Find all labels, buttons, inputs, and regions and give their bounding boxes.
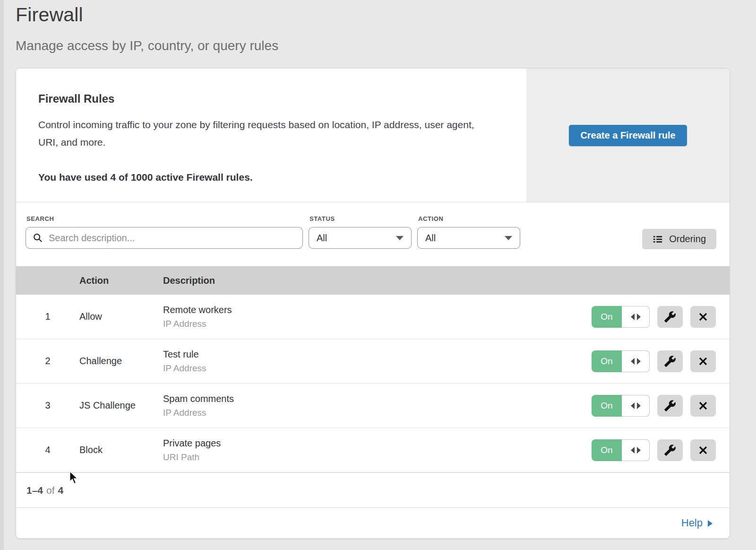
delete-rule-button[interactable] — [690, 395, 716, 417]
page-left-edge — [0, 0, 4, 550]
table-row: 3 JS Challenge Spam comments IP Address … — [16, 384, 730, 428]
filters-bar: SEARCH STATUS All — [16, 202, 730, 266]
toggle-on-button[interactable]: On — [592, 350, 622, 372]
table-row: 4 Block Private pages URI Path On — [16, 428, 730, 472]
triangle-left-icon — [631, 447, 635, 454]
rules-heading: Firewall Rules — [38, 92, 493, 105]
rule-action: Block — [79, 445, 163, 455]
pagination-of: of — [46, 485, 55, 496]
table-row: 1 Allow Remote workers IP Address On — [16, 295, 730, 339]
rule-description: Remote workers — [163, 305, 588, 315]
rule-description-cell: Remote workers IP Address — [163, 305, 588, 329]
toggle-arrows-icon[interactable] — [622, 439, 650, 461]
toggle-on-button[interactable]: On — [592, 306, 622, 328]
rule-match-type: IP Address — [163, 363, 588, 374]
rule-priority: 1 — [16, 311, 79, 322]
rule-priority: 4 — [16, 445, 79, 455]
wrench-icon — [664, 355, 676, 367]
toggle-on-button[interactable]: On — [592, 395, 622, 417]
pagination-total: 4 — [58, 485, 64, 496]
action-field: ACTION All — [417, 215, 520, 249]
triangle-right-icon — [637, 402, 641, 409]
wrench-icon — [664, 444, 676, 456]
close-icon — [697, 356, 709, 367]
search-field: SEARCH — [26, 215, 303, 249]
page-title: Firewall — [16, 4, 756, 26]
ordering-button[interactable]: Ordering — [642, 229, 716, 249]
rule-toggle: On — [592, 439, 650, 461]
pagination-bar: 1–4 of 4 — [16, 472, 730, 507]
close-icon — [697, 311, 709, 323]
firewall-rules-card: Firewall Rules Control incoming traffic … — [16, 68, 730, 539]
rule-controls: On — [588, 306, 730, 328]
rules-usage-text: You have used 4 of 1000 active Firewall … — [38, 172, 493, 183]
search-icon — [33, 233, 43, 243]
pagination-range: 1–4 — [26, 485, 43, 496]
close-icon — [697, 400, 709, 411]
status-selected-value: All — [317, 233, 327, 244]
table-header: Action Description — [16, 266, 730, 295]
rules-description: Control incoming traffic to your zone by… — [38, 116, 487, 151]
rules-intro-text: Firewall Rules Control incoming traffic … — [16, 69, 526, 202]
help-caret-icon — [708, 520, 713, 527]
triangle-left-icon — [631, 358, 635, 365]
description-column-header: Description — [163, 275, 588, 286]
triangle-right-icon — [637, 447, 641, 454]
edit-rule-button[interactable] — [657, 350, 683, 372]
toggle-arrows-icon[interactable] — [622, 350, 650, 372]
toggle-on-button[interactable]: On — [592, 439, 622, 461]
search-input[interactable] — [48, 232, 296, 244]
wrench-icon — [664, 311, 676, 323]
rule-description: Test rule — [163, 349, 588, 360]
rule-controls: On — [588, 439, 730, 461]
rule-description-cell: Private pages URI Path — [163, 438, 588, 463]
rule-controls: On — [588, 395, 730, 417]
status-select[interactable]: All — [309, 227, 412, 249]
delete-rule-button[interactable] — [690, 439, 716, 461]
close-icon — [697, 445, 709, 456]
table-row: 2 Challenge Test rule IP Address On — [16, 339, 730, 384]
search-label: SEARCH — [26, 215, 303, 222]
status-label: STATUS — [309, 215, 412, 222]
create-rule-panel: Create a Firewall rule — [526, 69, 730, 202]
action-selected-value: All — [425, 233, 436, 244]
action-select[interactable]: All — [417, 227, 520, 249]
rule-match-type: IP Address — [163, 319, 588, 329]
page-subtitle: Manage access by IP, country, or query r… — [16, 38, 756, 53]
delete-rule-button[interactable] — [690, 350, 716, 372]
edit-rule-button[interactable] — [657, 306, 683, 328]
rule-priority: 2 — [16, 356, 79, 367]
firewall-page: Firewall Manage access by IP, country, o… — [0, 0, 756, 539]
rule-description-cell: Spam comments IP Address — [163, 393, 588, 418]
edit-rule-button[interactable] — [657, 395, 683, 417]
create-firewall-rule-button[interactable]: Create a Firewall rule — [569, 125, 687, 146]
triangle-left-icon — [631, 314, 635, 320]
rule-description: Spam comments — [163, 393, 588, 404]
edit-rule-button[interactable] — [657, 439, 683, 461]
action-label: ACTION — [418, 215, 520, 222]
triangle-right-icon — [637, 358, 641, 365]
rules-intro-section: Firewall Rules Control incoming traffic … — [16, 69, 730, 202]
chevron-down-icon — [505, 236, 512, 240]
ordering-button-label: Ordering — [669, 234, 706, 244]
status-field: STATUS All — [309, 215, 412, 249]
mouse-cursor — [68, 471, 80, 487]
rule-action: Allow — [79, 311, 163, 322]
rule-description: Private pages — [163, 438, 588, 449]
help-link[interactable]: Help — [681, 517, 713, 529]
triangle-left-icon — [631, 402, 635, 409]
help-link-label: Help — [681, 517, 703, 529]
delete-rule-button[interactable] — [690, 306, 716, 328]
action-column-header: Action — [79, 275, 163, 286]
rule-priority: 3 — [16, 400, 79, 411]
rule-toggle: On — [592, 350, 650, 372]
search-input-box[interactable] — [26, 227, 303, 249]
rule-controls: On — [588, 350, 730, 372]
card-footer: Help — [16, 507, 730, 538]
page-header: Firewall Manage access by IP, country, o… — [16, 0, 756, 53]
toggle-arrows-icon[interactable] — [622, 306, 650, 328]
rule-match-type: URI Path — [163, 452, 588, 463]
rule-toggle: On — [592, 395, 650, 417]
wrench-icon — [664, 400, 676, 412]
toggle-arrows-icon[interactable] — [622, 395, 650, 417]
